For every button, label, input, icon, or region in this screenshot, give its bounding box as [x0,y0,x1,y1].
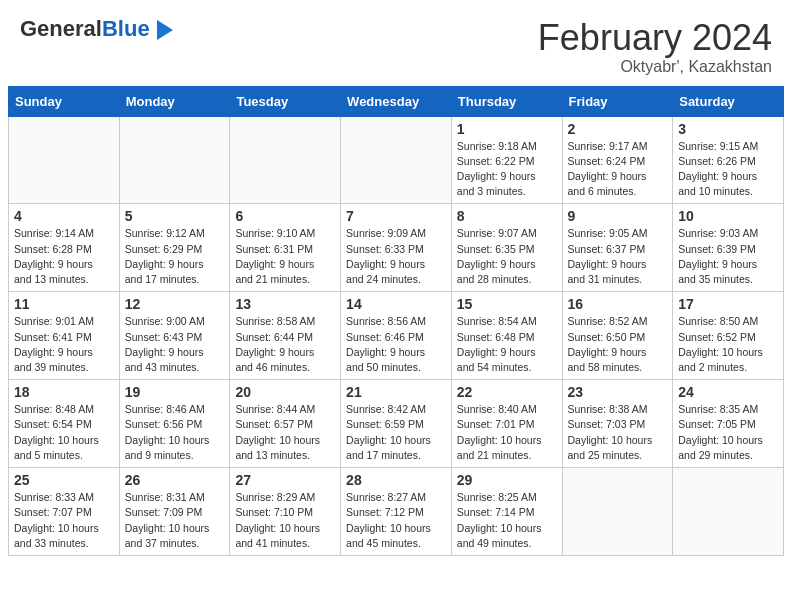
day-number-12: 12 [125,296,225,312]
day-info-3: Sunrise: 9:15 AM Sunset: 6:26 PM Dayligh… [678,139,778,200]
cell-2-0: 11Sunrise: 9:01 AM Sunset: 6:41 PM Dayli… [9,292,120,380]
day-info-29: Sunrise: 8:25 AM Sunset: 7:14 PM Dayligh… [457,490,557,551]
cell-3-1: 19Sunrise: 8:46 AM Sunset: 6:56 PM Dayli… [119,380,230,468]
day-info-21: Sunrise: 8:42 AM Sunset: 6:59 PM Dayligh… [346,402,446,463]
cell-4-2: 27Sunrise: 8:29 AM Sunset: 7:10 PM Dayli… [230,468,341,556]
cell-0-2 [230,116,341,204]
day-info-26: Sunrise: 8:31 AM Sunset: 7:09 PM Dayligh… [125,490,225,551]
day-number-23: 23 [568,384,668,400]
week-row-3: 18Sunrise: 8:48 AM Sunset: 6:54 PM Dayli… [9,380,784,468]
day-number-24: 24 [678,384,778,400]
day-number-26: 26 [125,472,225,488]
logo: GeneralBlue [20,18,173,44]
cell-2-6: 17Sunrise: 8:50 AM Sunset: 6:52 PM Dayli… [673,292,784,380]
cell-3-6: 24Sunrise: 8:35 AM Sunset: 7:05 PM Dayli… [673,380,784,468]
day-number-22: 22 [457,384,557,400]
day-number-2: 2 [568,121,668,137]
day-number-27: 27 [235,472,335,488]
cell-0-4: 1Sunrise: 9:18 AM Sunset: 6:22 PM Daylig… [451,116,562,204]
cell-1-2: 6Sunrise: 9:10 AM Sunset: 6:31 PM Daylig… [230,204,341,292]
day-number-25: 25 [14,472,114,488]
day-info-27: Sunrise: 8:29 AM Sunset: 7:10 PM Dayligh… [235,490,335,551]
cell-4-5 [562,468,673,556]
day-info-19: Sunrise: 8:46 AM Sunset: 6:56 PM Dayligh… [125,402,225,463]
day-info-1: Sunrise: 9:18 AM Sunset: 6:22 PM Dayligh… [457,139,557,200]
title-block: February 2024 Oktyabr', Kazakhstan [538,18,772,76]
header-thursday: Thursday [451,86,562,116]
week-row-0: 1Sunrise: 9:18 AM Sunset: 6:22 PM Daylig… [9,116,784,204]
day-info-22: Sunrise: 8:40 AM Sunset: 7:01 PM Dayligh… [457,402,557,463]
day-info-8: Sunrise: 9:07 AM Sunset: 6:35 PM Dayligh… [457,226,557,287]
cell-3-5: 23Sunrise: 8:38 AM Sunset: 7:03 PM Dayli… [562,380,673,468]
day-info-14: Sunrise: 8:56 AM Sunset: 6:46 PM Dayligh… [346,314,446,375]
day-info-6: Sunrise: 9:10 AM Sunset: 6:31 PM Dayligh… [235,226,335,287]
cell-0-5: 2Sunrise: 9:17 AM Sunset: 6:24 PM Daylig… [562,116,673,204]
week-row-1: 4Sunrise: 9:14 AM Sunset: 6:28 PM Daylig… [9,204,784,292]
day-info-7: Sunrise: 9:09 AM Sunset: 6:33 PM Dayligh… [346,226,446,287]
day-number-29: 29 [457,472,557,488]
svg-marker-0 [157,20,173,40]
cell-3-4: 22Sunrise: 8:40 AM Sunset: 7:01 PM Dayli… [451,380,562,468]
cell-4-0: 25Sunrise: 8:33 AM Sunset: 7:07 PM Dayli… [9,468,120,556]
cell-4-4: 29Sunrise: 8:25 AM Sunset: 7:14 PM Dayli… [451,468,562,556]
cell-1-5: 9Sunrise: 9:05 AM Sunset: 6:37 PM Daylig… [562,204,673,292]
cell-3-0: 18Sunrise: 8:48 AM Sunset: 6:54 PM Dayli… [9,380,120,468]
day-number-19: 19 [125,384,225,400]
header: GeneralBlue February 2024 Oktyabr', Kaza… [0,0,792,86]
header-row: Sunday Monday Tuesday Wednesday Thursday… [9,86,784,116]
day-number-17: 17 [678,296,778,312]
cell-3-2: 20Sunrise: 8:44 AM Sunset: 6:57 PM Dayli… [230,380,341,468]
day-number-4: 4 [14,208,114,224]
day-info-15: Sunrise: 8:54 AM Sunset: 6:48 PM Dayligh… [457,314,557,375]
cell-4-6 [673,468,784,556]
day-number-15: 15 [457,296,557,312]
day-number-8: 8 [457,208,557,224]
day-info-28: Sunrise: 8:27 AM Sunset: 7:12 PM Dayligh… [346,490,446,551]
logo-general-text: General [20,16,102,41]
day-info-13: Sunrise: 8:58 AM Sunset: 6:44 PM Dayligh… [235,314,335,375]
day-info-20: Sunrise: 8:44 AM Sunset: 6:57 PM Dayligh… [235,402,335,463]
header-sunday: Sunday [9,86,120,116]
day-info-18: Sunrise: 8:48 AM Sunset: 6:54 PM Dayligh… [14,402,114,463]
day-number-7: 7 [346,208,446,224]
header-monday: Monday [119,86,230,116]
cell-2-2: 13Sunrise: 8:58 AM Sunset: 6:44 PM Dayli… [230,292,341,380]
header-wednesday: Wednesday [341,86,452,116]
day-number-18: 18 [14,384,114,400]
cell-4-1: 26Sunrise: 8:31 AM Sunset: 7:09 PM Dayli… [119,468,230,556]
calendar-body: 1Sunrise: 9:18 AM Sunset: 6:22 PM Daylig… [9,116,784,555]
week-row-2: 11Sunrise: 9:01 AM Sunset: 6:41 PM Dayli… [9,292,784,380]
day-number-13: 13 [235,296,335,312]
cell-2-5: 16Sunrise: 8:52 AM Sunset: 6:50 PM Dayli… [562,292,673,380]
day-number-20: 20 [235,384,335,400]
logo-text: GeneralBlue [20,18,173,44]
cell-1-3: 7Sunrise: 9:09 AM Sunset: 6:33 PM Daylig… [341,204,452,292]
cell-3-3: 21Sunrise: 8:42 AM Sunset: 6:59 PM Dayli… [341,380,452,468]
day-info-10: Sunrise: 9:03 AM Sunset: 6:39 PM Dayligh… [678,226,778,287]
day-number-28: 28 [346,472,446,488]
cell-1-0: 4Sunrise: 9:14 AM Sunset: 6:28 PM Daylig… [9,204,120,292]
cell-4-3: 28Sunrise: 8:27 AM Sunset: 7:12 PM Dayli… [341,468,452,556]
day-info-5: Sunrise: 9:12 AM Sunset: 6:29 PM Dayligh… [125,226,225,287]
cell-1-6: 10Sunrise: 9:03 AM Sunset: 6:39 PM Dayli… [673,204,784,292]
cell-0-0 [9,116,120,204]
day-number-21: 21 [346,384,446,400]
calendar-header: Sunday Monday Tuesday Wednesday Thursday… [9,86,784,116]
cell-2-3: 14Sunrise: 8:56 AM Sunset: 6:46 PM Dayli… [341,292,452,380]
day-info-16: Sunrise: 8:52 AM Sunset: 6:50 PM Dayligh… [568,314,668,375]
header-saturday: Saturday [673,86,784,116]
day-number-9: 9 [568,208,668,224]
day-info-2: Sunrise: 9:17 AM Sunset: 6:24 PM Dayligh… [568,139,668,200]
calendar-table: Sunday Monday Tuesday Wednesday Thursday… [8,86,784,556]
month-year: February 2024 [538,18,772,58]
cell-0-3 [341,116,452,204]
day-number-16: 16 [568,296,668,312]
header-tuesday: Tuesday [230,86,341,116]
day-number-3: 3 [678,121,778,137]
cell-1-1: 5Sunrise: 9:12 AM Sunset: 6:29 PM Daylig… [119,204,230,292]
day-number-11: 11 [14,296,114,312]
day-info-12: Sunrise: 9:00 AM Sunset: 6:43 PM Dayligh… [125,314,225,375]
day-number-10: 10 [678,208,778,224]
day-info-9: Sunrise: 9:05 AM Sunset: 6:37 PM Dayligh… [568,226,668,287]
logo-blue-text: Blue [102,16,150,41]
